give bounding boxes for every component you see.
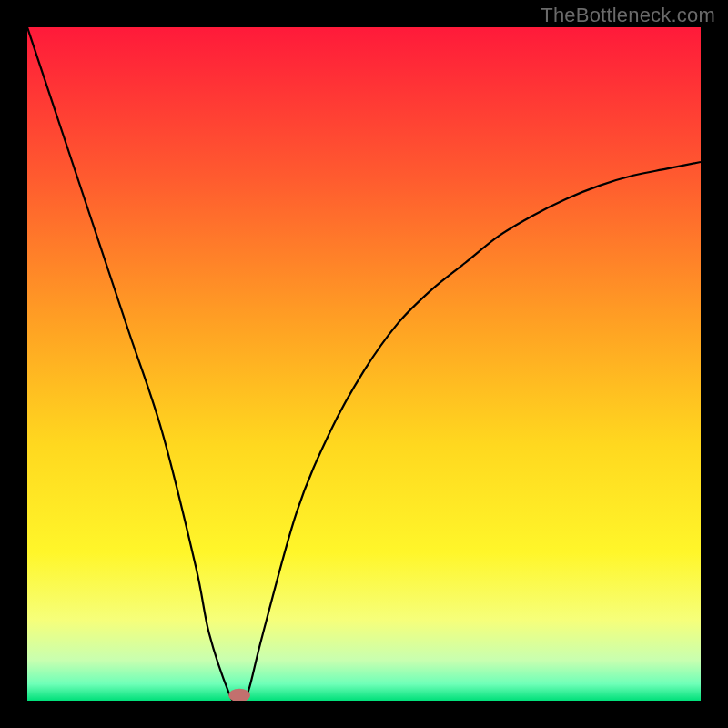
chart-svg	[27, 27, 701, 701]
gradient-background	[27, 27, 701, 701]
outer-frame: TheBottleneck.com	[0, 0, 728, 728]
plot-area	[27, 27, 701, 701]
watermark-text: TheBottleneck.com	[541, 4, 715, 27]
